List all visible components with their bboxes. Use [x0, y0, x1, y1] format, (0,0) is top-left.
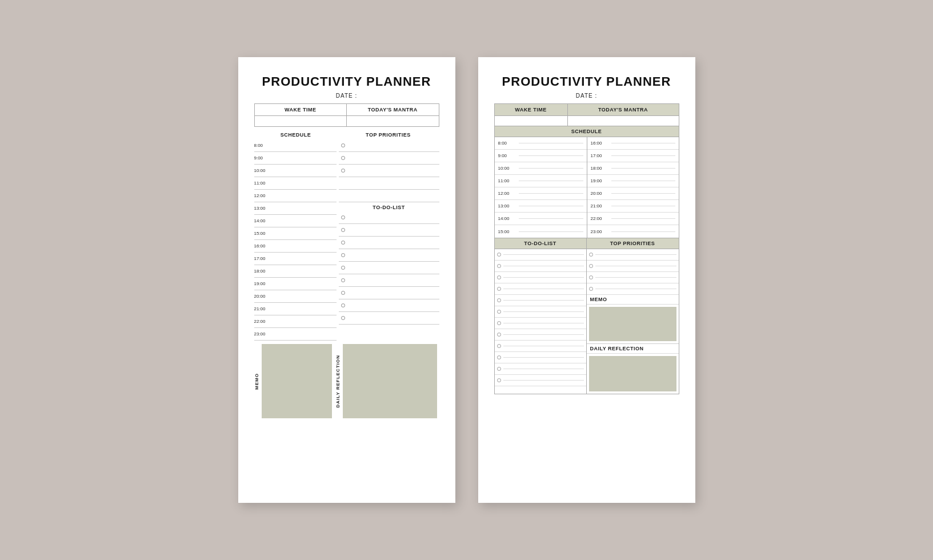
- left-time-row: 23:00: [254, 328, 337, 341]
- left-section-headers: SCHEDULE TOP PRIORITIES: [254, 130, 439, 139]
- left-memo-block: MEMO: [254, 344, 332, 418]
- r-todo-1: [495, 249, 586, 261]
- right-memo-box[interactable]: [589, 307, 676, 341]
- priority-dot-3: [341, 169, 345, 173]
- right-header-table: WAKE TIME TODAY'S MANTRA: [494, 103, 679, 126]
- left-page-title: PRODUCTIVITY PLANNER: [254, 74, 439, 89]
- priority-dot-1: [341, 143, 345, 147]
- r-time-1800: 18:00: [587, 162, 679, 175]
- todo-dot-7: [341, 291, 345, 295]
- r-todo-3: [495, 272, 586, 283]
- left-reflection-block: DAILY REFLECTION: [335, 344, 437, 418]
- left-time-row: 9:00: [254, 152, 337, 165]
- left-main-section: 8:00 9:00 10:00 11:00 12:00 13:00 14:00 …: [254, 139, 439, 341]
- time-1100: 11:00: [254, 181, 273, 186]
- todo-dot-2: [341, 228, 345, 232]
- right-priorities-section: MEMO DAILY REFLECTION: [587, 249, 679, 394]
- priority-spacer-1: [339, 177, 439, 190]
- r-dot-4: [497, 287, 501, 291]
- left-reflection-label: DAILY REFLECTION: [335, 355, 341, 407]
- left-time-row: 14:00: [254, 215, 337, 227]
- r-label-2200: 22:00: [591, 216, 611, 221]
- left-time-list: 8:00 9:00 10:00 11:00 12:00 13:00 14:00 …: [254, 139, 337, 341]
- left-time-row: 21:00: [254, 303, 337, 315]
- r-time-2200: 22:00: [587, 213, 679, 225]
- right-page-title: PRODUCTIVITY PLANNER: [494, 74, 679, 89]
- r-todo-7: [495, 318, 586, 329]
- left-priorities-section: [339, 139, 439, 202]
- r-label-2300: 23:00: [591, 229, 611, 234]
- left-mantra-value[interactable]: [347, 116, 439, 126]
- r-pdot-2: [589, 264, 593, 268]
- time-1500: 15:00: [254, 231, 273, 236]
- left-memo-box[interactable]: [262, 344, 332, 418]
- r-todo-5: [495, 295, 586, 306]
- priority-spacer-2: [339, 190, 439, 202]
- r-label-2000: 20:00: [591, 191, 611, 196]
- right-memo-label: MEMO: [587, 295, 679, 305]
- left-time-row: 18:00: [254, 265, 337, 278]
- time-1400: 14:00: [254, 218, 273, 223]
- r-label-1300: 13:00: [498, 203, 519, 209]
- left-time-row: 22:00: [254, 315, 337, 328]
- time-1900: 19:00: [254, 281, 273, 286]
- left-reflection-box[interactable]: [343, 344, 437, 418]
- right-reflection-label: DAILY REFLECTION: [587, 344, 679, 354]
- left-header-row: WAKE TIME TODAY'S MANTRA: [254, 103, 439, 116]
- right-mantra-value[interactable]: [567, 116, 679, 126]
- r-label-1200: 12:00: [498, 191, 519, 196]
- right-priorities-header: TOP PRIORITIES: [587, 238, 679, 249]
- todo-dot-5: [341, 266, 345, 270]
- priority-dot-2: [341, 156, 345, 160]
- priority-row-1: [339, 139, 439, 152]
- right-wake-time-header: WAKE TIME: [494, 104, 567, 116]
- r-prio-3: [587, 272, 679, 283]
- right-todo-prio-headers: TO-DO-LIST TOP PRIORITIES: [494, 238, 679, 249]
- right-schedule-right-col: 16:00 17:00 18:00 19:00 20:00 21:00 22:0…: [587, 137, 679, 238]
- right-todo-header: TO-DO-LIST: [495, 238, 587, 249]
- time-1300: 13:00: [254, 206, 273, 211]
- left-time-row: 8:00: [254, 139, 337, 152]
- r-label-1000: 10:00: [498, 166, 519, 171]
- r-time-1400: 14:00: [495, 213, 587, 225]
- todo-row-6: [339, 274, 439, 287]
- r-time-1900: 19:00: [587, 175, 679, 187]
- right-schedule-left-col: 8:00 9:00 10:00 11:00 12:00 13:00 14:00 …: [495, 137, 587, 238]
- r-dot-5: [497, 298, 501, 302]
- r-time-1300: 13:00: [495, 200, 587, 213]
- time-1800: 18:00: [254, 269, 273, 274]
- left-time-row: 11:00: [254, 177, 337, 190]
- r-label-900: 9:00: [498, 153, 519, 158]
- r-todo-11: [495, 363, 586, 375]
- time-2100: 21:00: [254, 306, 273, 311]
- r-dot-1: [497, 253, 501, 257]
- priority-row-2: [339, 152, 439, 165]
- right-todo-column: [495, 249, 587, 394]
- r-pdot-1: [589, 253, 593, 257]
- r-pdot-3: [589, 275, 593, 279]
- r-todo-8: [495, 329, 586, 341]
- r-prio-4: [587, 283, 679, 295]
- todo-row-5: [339, 262, 439, 274]
- left-schedule-header: SCHEDULE: [254, 130, 338, 139]
- time-1000: 10:00: [254, 168, 273, 173]
- right-mantra-header: TODAY'S MANTRA: [567, 104, 679, 116]
- todo-row-9: [339, 312, 439, 325]
- left-todo-header: TO-DO-LIST: [339, 202, 439, 211]
- right-wake-time-value[interactable]: [494, 116, 567, 126]
- r-todo-4: [495, 283, 586, 295]
- todo-dot-1: [341, 215, 345, 219]
- r-todo-9: [495, 341, 586, 352]
- r-time-2000: 20:00: [587, 187, 679, 200]
- left-time-row: 16:00: [254, 240, 337, 253]
- r-label-1400: 14:00: [498, 216, 519, 221]
- r-todo-10: [495, 352, 586, 363]
- right-reflection-box[interactable]: [589, 356, 676, 391]
- left-wake-time-value[interactable]: [255, 116, 347, 126]
- r-pdot-4: [589, 287, 593, 291]
- left-time-row: 20:00: [254, 290, 337, 303]
- r-todo-12: [495, 375, 586, 386]
- r-label-1900: 19:00: [591, 178, 611, 183]
- r-label-1100: 11:00: [498, 178, 519, 183]
- left-memo-label: MEMO: [254, 373, 259, 390]
